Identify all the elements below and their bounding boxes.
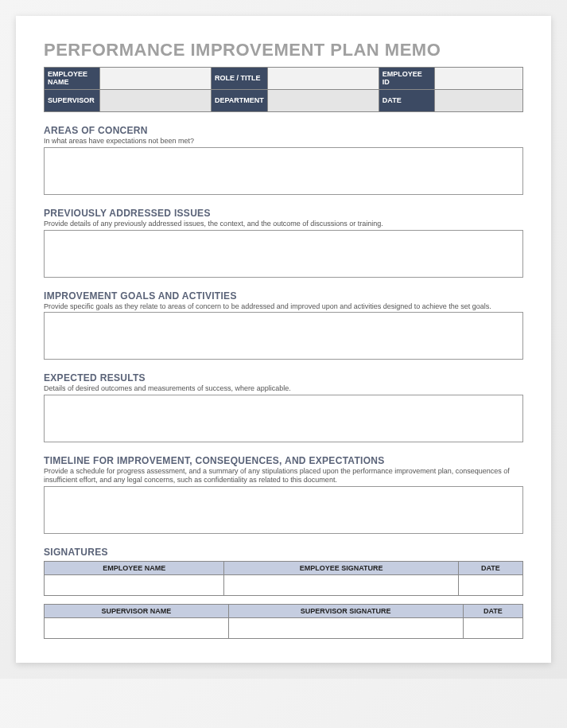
sup-date-cell[interactable] [463,617,522,638]
concern-textbox[interactable] [44,147,523,195]
previous-sub: Provide details of any previously addres… [44,220,523,228]
employee-id-field[interactable] [434,68,522,90]
emp-date-header: DATE [458,561,522,574]
concern-heading: AREAS OF CONCERN [44,125,523,136]
concern-sub: In what areas have expectations not been… [44,137,523,146]
signatures-heading: SIGNATURES [44,547,523,558]
sup-date-header: DATE [463,604,522,617]
timeline-textbox[interactable] [44,486,523,534]
supervisor-signature-table: SUPERVISOR NAME SUPERVISOR SIGNATURE DAT… [44,604,523,639]
employee-name-field[interactable] [100,68,212,90]
emp-sig-cell[interactable] [224,574,458,595]
goals-sub: Provide specific goals as they relate to… [44,302,523,311]
emp-name-cell[interactable] [45,574,224,595]
emp-date-cell[interactable] [458,574,522,595]
previous-heading: PREVIOUSLY ADDRESSED ISSUES [44,208,523,219]
department-field[interactable] [267,90,379,112]
previous-textbox[interactable] [44,230,523,278]
employee-id-label: EMPLOYEE ID [379,68,434,90]
emp-sig-header: EMPLOYEE SIGNATURE [224,561,458,574]
section-previous: PREVIOUSLY ADDRESSED ISSUES Provide deta… [44,208,523,278]
page-title: PERFORMANCE IMPROVEMENT PLAN MEMO [44,40,523,60]
role-label: ROLE / TITLE [212,68,268,90]
employee-signature-table: EMPLOYEE NAME EMPLOYEE SIGNATURE DATE [44,561,523,596]
goals-heading: IMPROVEMENT GOALS AND ACTIVITIES [44,290,523,302]
section-results: EXPECTED RESULTS Details of desired outc… [44,372,523,442]
section-concern: AREAS OF CONCERN In what areas have expe… [44,125,523,195]
header-table: EMPLOYEE NAME ROLE / TITLE EMPLOYEE ID S… [44,67,523,112]
timeline-heading: TIMELINE FOR IMPROVEMENT, CONSEQUENCES, … [44,455,523,466]
section-signatures: SIGNATURES EMPLOYEE NAME EMPLOYEE SIGNAT… [44,547,523,639]
results-heading: EXPECTED RESULTS [44,372,523,383]
sup-sig-cell[interactable] [228,617,463,638]
results-sub: Details of desired outcomes and measurem… [44,384,523,393]
date-label: DATE [379,90,434,112]
department-label: DEPARTMENT [212,90,268,112]
sup-name-cell[interactable] [45,617,229,638]
emp-name-header: EMPLOYEE NAME [45,561,224,574]
supervisor-field[interactable] [100,90,212,112]
date-field[interactable] [434,90,522,112]
results-textbox[interactable] [44,395,523,442]
timeline-sub: Provide a schedule for progress assessme… [44,467,523,485]
role-field[interactable] [267,68,379,90]
sup-name-header: SUPERVISOR NAME [45,604,229,617]
supervisor-label: SUPERVISOR [45,90,100,112]
section-goals: IMPROVEMENT GOALS AND ACTIVITIES Provide… [44,290,523,360]
employee-name-label: EMPLOYEE NAME [45,68,100,90]
sup-sig-header: SUPERVISOR SIGNATURE [228,604,463,617]
section-timeline: TIMELINE FOR IMPROVEMENT, CONSEQUENCES, … [44,455,523,534]
goals-textbox[interactable] [44,312,523,360]
document-page: PERFORMANCE IMPROVEMENT PLAN MEMO EMPLOY… [16,16,551,663]
